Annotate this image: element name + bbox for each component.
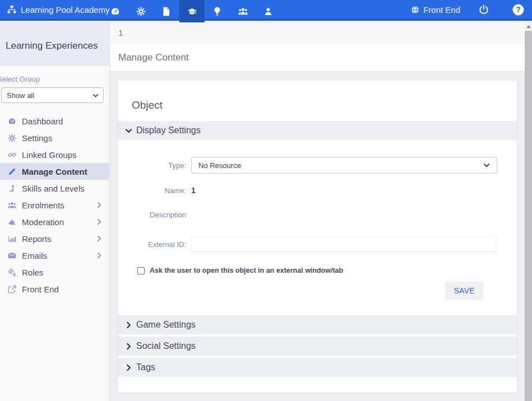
external-link-icon: [8, 285, 16, 293]
chevron-down-icon: [125, 127, 132, 134]
name-value: 1: [191, 186, 196, 195]
accordion-label: Social Settings: [136, 341, 196, 351]
type-select-value: No Resource: [198, 161, 241, 170]
type-row: Type: No Resource: [132, 157, 517, 174]
brand-label: Learning Pool Academy: [21, 5, 109, 15]
save-button[interactable]: SAVE: [445, 282, 483, 300]
sidebar-item-label: Linked Groups: [22, 150, 103, 160]
gear-icon: [136, 7, 146, 16]
users-icon: [238, 7, 248, 16]
nav-tabs: [103, 0, 281, 21]
navbar-right: Front End ?: [411, 4, 532, 16]
accordion-label: Game Settings: [136, 320, 196, 330]
page-title-bar: Manage Content: [110, 44, 525, 72]
chevron-right-icon: [96, 252, 103, 259]
type-select[interactable]: No Resource: [191, 157, 497, 174]
sidebar-item-enrolments[interactable]: Enrolments: [0, 197, 109, 213]
accordion-tags[interactable]: Tags: [118, 358, 517, 377]
sitemap-icon: [7, 5, 16, 14]
sidebar-item-front-end[interactable]: Front End: [0, 281, 109, 297]
chevron-right-icon: [96, 235, 103, 242]
name-row: Name: 1: [132, 185, 517, 195]
nav-tab-profile[interactable]: [256, 0, 281, 22]
sidebar-item-settings[interactable]: Settings: [0, 129, 109, 146]
users-icon: [8, 201, 16, 209]
eraser-icon: [8, 218, 16, 226]
chevron-down-icon: [92, 92, 99, 99]
name-label: Name:: [132, 186, 186, 195]
type-label: Type:: [132, 161, 186, 170]
sidebar-item-dashboard[interactable]: Dashboard: [0, 113, 109, 129]
description-row: Description: [132, 211, 517, 219]
sidebar-item-label: Skills and Levels: [22, 184, 103, 193]
help-icon[interactable]: ?: [512, 4, 524, 16]
breadcrumb: 1: [110, 22, 525, 44]
accordion-display-settings[interactable]: Display Settings: [118, 121, 517, 140]
external-window-checkbox[interactable]: [137, 267, 145, 274]
nav-tab-documents[interactable]: [154, 0, 179, 22]
description-label: Description: [132, 211, 186, 219]
front-end-link[interactable]: Front End: [411, 5, 460, 15]
group-select[interactable]: Show all: [1, 87, 104, 103]
globe-icon: [411, 6, 419, 14]
dashboard-icon: [110, 7, 120, 16]
scrollbar-thumb[interactable]: [525, 31, 532, 401]
vertical-scrollbar[interactable]: [525, 22, 532, 401]
power-icon[interactable]: [479, 4, 489, 15]
object-card: Object Display Settings Type: No Resourc…: [118, 81, 517, 393]
sidebar-item-manage-content[interactable]: Manage Content: [0, 163, 109, 180]
chevron-right-icon: [96, 218, 103, 225]
nav-tab-settings[interactable]: [128, 0, 154, 22]
gears-icon: [8, 268, 16, 277]
sidebar-title: Learning Experiences: [6, 40, 98, 52]
bar-chart-icon: [8, 235, 16, 243]
top-navbar: Learning Pool Academy Front End ?: [0, 0, 532, 21]
user-icon: [263, 7, 273, 16]
level-up-icon: [8, 184, 16, 193]
group-select-value: Show all: [7, 91, 34, 100]
chevron-down-icon: [483, 162, 490, 169]
nav-tab-groups[interactable]: [230, 0, 256, 22]
sidebar-menu: DashboardSettingsLinked GroupsManage Con…: [0, 103, 109, 297]
sidebar-item-reports[interactable]: Reports: [0, 230, 109, 247]
sidebar: Learning Experiences Select Group Show a…: [0, 22, 110, 401]
svg-text:?: ?: [516, 6, 520, 14]
sidebar-item-label: Dashboard: [22, 116, 103, 126]
external-id-label: External ID:: [132, 240, 186, 249]
sidebar-item-label: Settings: [22, 133, 103, 143]
pencil-icon: [8, 167, 16, 176]
select-group-label: Select Group: [0, 75, 104, 83]
sidebar-item-label: Enrolments: [22, 200, 96, 210]
chevron-right-icon: [125, 321, 132, 329]
gear-icon: [8, 134, 16, 142]
display-settings-panel: Type: No Resource Name: 1 Description: [118, 140, 517, 315]
nav-tab-academy[interactable]: [179, 0, 205, 22]
chevron-right-icon: [96, 202, 103, 208]
sidebar-item-roles[interactable]: Roles: [0, 264, 109, 281]
sidebar-item-label: Emails: [22, 251, 96, 260]
external-window-checkbox-label: Ask the user to open this object in an e…: [150, 267, 343, 274]
external-window-option: Ask the user to open this object in an e…: [132, 267, 517, 274]
accordion-game-settings[interactable]: Game Settings: [118, 315, 517, 334]
accordion-social-settings[interactable]: Social Settings: [118, 337, 517, 356]
breadcrumb-item[interactable]: 1: [118, 28, 123, 38]
graduation-cap-icon: [187, 7, 197, 16]
sidebar-header: Learning Experiences: [0, 22, 109, 66]
main-content: 1 Manage Content Object Display Settings…: [110, 22, 525, 401]
sidebar-item-label: Front End: [22, 285, 103, 294]
card-title: Object: [118, 81, 517, 121]
sidebar-item-skills-and-levels[interactable]: Skills and Levels: [0, 180, 109, 197]
sidebar-item-linked-groups[interactable]: Linked Groups: [0, 146, 109, 163]
front-end-label: Front End: [423, 5, 460, 15]
brand[interactable]: Learning Pool Academy: [0, 5, 109, 15]
envelope-icon: [8, 251, 16, 260]
sidebar-item-moderation[interactable]: Moderation: [0, 213, 109, 230]
sidebar-item-emails[interactable]: Emails: [0, 247, 109, 264]
nav-tab-dashboard[interactable]: [103, 0, 128, 22]
scrollbar-up-arrow[interactable]: [525, 22, 532, 31]
sidebar-item-label: Moderation: [22, 217, 96, 227]
chevron-right-icon: [125, 364, 132, 371]
chevron-right-icon: [125, 343, 132, 350]
external-id-input[interactable]: [191, 236, 497, 252]
nav-tab-ideas[interactable]: [205, 0, 230, 22]
